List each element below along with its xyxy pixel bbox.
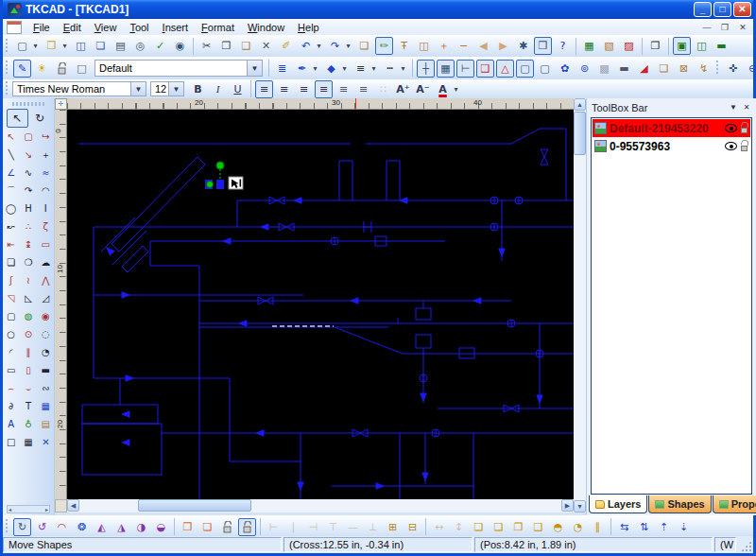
dim-horizontal-tool[interactable]: H: [20, 200, 36, 217]
layers-button[interactable]: ≣: [273, 60, 291, 78]
pan-button[interactable]: ✜: [724, 60, 742, 78]
lock-button[interactable]: [218, 518, 236, 536]
vertical-scroll-thumb[interactable]: [574, 112, 586, 155]
nudge-up-button[interactable]: ⇡: [655, 518, 673, 536]
line-weight-dropdown-button[interactable]: ▾: [369, 60, 379, 78]
globe-tool[interactable]: ♁: [20, 416, 36, 433]
rotate-arc-button[interactable]: ◠: [53, 518, 71, 536]
rect-filled-tool[interactable]: ▬: [38, 362, 54, 379]
menu-format[interactable]: Format: [195, 21, 241, 34]
rotate-left-button[interactable]: ◭: [93, 518, 111, 536]
line-color-dropdown-button[interactable]: ▾: [310, 60, 320, 78]
bold-button[interactable]: B: [189, 80, 207, 98]
arc-tool[interactable]: ⌒: [3, 182, 19, 200]
undo-button[interactable]: ↶: [297, 37, 315, 55]
shape-corner-tool[interactable]: ◿: [38, 290, 54, 307]
curve-handle-tool[interactable]: ⌢: [3, 380, 19, 397]
close-button[interactable]: ✕: [733, 2, 751, 17]
curve-tool[interactable]: ∿: [20, 165, 36, 182]
callout-round-tool[interactable]: ❍: [20, 254, 36, 271]
spline-tool[interactable]: ↜: [3, 218, 19, 235]
polyline-tool[interactable]: ∠: [3, 165, 19, 182]
squiggle-tool[interactable]: ∾: [38, 380, 54, 397]
dim-height-tool[interactable]: ↨: [20, 236, 36, 253]
justify-button[interactable]: ≡: [315, 80, 333, 98]
layer-combo[interactable]: Default ▼: [94, 60, 263, 77]
format-painter-button[interactable]: ✐: [277, 37, 295, 55]
fill-color-button[interactable]: ◆: [322, 60, 340, 78]
center-circle-tool[interactable]: ◉: [38, 308, 54, 325]
toolbar-grip[interactable]: [715, 61, 720, 76]
cross-tool[interactable]: ＋: [38, 147, 54, 164]
text-block-tool[interactable]: ▦: [38, 398, 54, 415]
help-button[interactable]: ?: [554, 37, 572, 55]
scroll-right-button[interactable]: ▶: [561, 499, 574, 512]
mdi-close-button[interactable]: ✕: [734, 20, 751, 34]
circle-dashed-tool[interactable]: ◌: [38, 326, 54, 343]
resize-grip[interactable]: [738, 537, 752, 552]
callout-tool[interactable]: ❏: [3, 254, 19, 271]
view-full-button[interactable]: ▬: [713, 37, 730, 55]
ellipse-tool[interactable]: ◯: [3, 200, 19, 217]
menu-help[interactable]: Help: [291, 21, 326, 34]
undo-dropdown-button[interactable]: ▾: [314, 37, 324, 55]
print-button[interactable]: ▤: [112, 37, 129, 55]
dim-box-tool[interactable]: ▭: [38, 236, 54, 253]
redo-dropdown-button[interactable]: ▾: [343, 37, 353, 55]
connector-tool[interactable]: ↪: [38, 129, 54, 146]
line-style-dropdown-button[interactable]: ▾: [398, 60, 408, 78]
bring-forward-button[interactable]: ❏: [470, 518, 488, 536]
line-color-button[interactable]: ✒: [293, 60, 311, 78]
wedge-button[interactable]: ◢: [635, 60, 653, 78]
layer-lock-icon[interactable]: [740, 123, 748, 133]
unlock-button[interactable]: [238, 518, 256, 536]
toolbox-menu-button[interactable]: ▼: [727, 101, 740, 113]
snap-guides-button[interactable]: ⊢: [456, 60, 474, 78]
menu-edit[interactable]: Edit: [57, 21, 88, 34]
layer-visibility-icon[interactable]: [725, 142, 737, 150]
horizontal-scroll-thumb[interactable]: [138, 499, 251, 512]
save-button[interactable]: ◫: [72, 37, 90, 55]
arc-chord-tool[interactable]: ◠: [38, 182, 54, 200]
nudge-down-button[interactable]: ⇣: [675, 518, 693, 536]
tab-property[interactable]: Property: [713, 495, 756, 513]
toolbox-close-button[interactable]: ✕: [740, 101, 753, 113]
align-left-button[interactable]: ≡: [255, 80, 273, 98]
layer-visibility-icon[interactable]: [725, 124, 737, 132]
view-normal-button[interactable]: ▣: [673, 37, 691, 55]
font-size-combo[interactable]: 12 ▼: [150, 81, 184, 96]
rectangle-tool[interactable]: ▭: [3, 362, 19, 379]
insert-table-button[interactable]: ▦: [580, 37, 598, 55]
zoom-out-button[interactable]: ⊖: [744, 60, 756, 78]
layer-color-button[interactable]: □: [73, 60, 91, 78]
direct-select-tool[interactable]: ↖: [3, 129, 19, 146]
snap-vertices-button[interactable]: △: [496, 60, 514, 78]
palette-scrollbar[interactable]: ◂▸: [7, 505, 50, 513]
line-style-button[interactable]: ┅: [381, 60, 399, 78]
redo-button[interactable]: ↷: [326, 37, 344, 55]
insert-picture-button[interactable]: ❏: [355, 37, 373, 55]
font-color-button[interactable]: A: [434, 80, 452, 98]
document-icon[interactable]: [7, 21, 22, 34]
save-all-button[interactable]: ❏: [92, 37, 110, 55]
parallel-lines-tool[interactable]: ∥: [20, 344, 36, 361]
drawing-canvas[interactable]: [67, 110, 574, 499]
snap-ruler-button[interactable]: ┼: [417, 60, 435, 78]
maximize-button[interactable]: □: [713, 2, 731, 17]
select-tool[interactable]: ↖: [7, 109, 28, 128]
circle-tool[interactable]: ○: [3, 326, 19, 343]
draw-mode-button[interactable]: ✏: [375, 37, 393, 55]
underline-button[interactable]: U: [229, 80, 247, 98]
minimize-button[interactable]: _: [694, 2, 712, 17]
picture-tool[interactable]: ▤: [38, 416, 54, 433]
table-tool[interactable]: ▦: [20, 434, 36, 451]
font-combo[interactable]: Times New Roman ▼: [12, 81, 146, 96]
rect-handles-tool[interactable]: ▯: [20, 362, 36, 379]
zigzag-tool[interactable]: ≈: [38, 165, 54, 182]
horizontal-scrollbar[interactable]: ◀ ▶: [67, 499, 574, 513]
arc-bold-tool[interactable]: ◜: [3, 344, 19, 361]
font-combo-dropdown[interactable]: ▼: [130, 82, 146, 96]
palette-grip[interactable]: [12, 102, 44, 106]
closed-curve-tool[interactable]: ∂: [3, 398, 19, 415]
new-dropdown-button[interactable]: ▾: [30, 37, 41, 55]
